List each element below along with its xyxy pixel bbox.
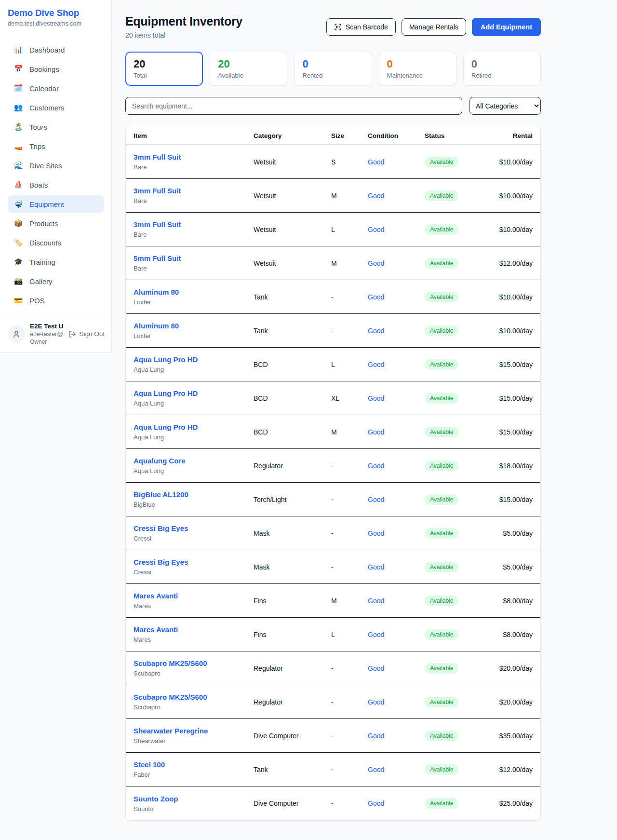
sidebar-item-discounts[interactable]: 🏷️Discounts <box>8 234 104 251</box>
condition-link[interactable]: Good <box>368 361 384 368</box>
sidebar-item-dashboard[interactable]: 📊Dashboard <box>8 41 104 58</box>
shop-name[interactable]: Demo Dive Shop <box>8 8 104 18</box>
scan-barcode-button[interactable]: Scan Barcode <box>326 18 396 36</box>
sidebar-item-gallery[interactable]: 📸Gallery <box>8 272 104 290</box>
condition-link[interactable]: Good <box>368 563 384 571</box>
item-link[interactable]: Aluminum 80 <box>134 322 179 330</box>
item-link[interactable]: Suunto Zoop <box>134 795 178 803</box>
condition-link[interactable]: Good <box>368 496 384 503</box>
condition-link[interactable]: Good <box>368 698 384 706</box>
condition-link[interactable]: Good <box>368 259 384 267</box>
category-cell: Regulator <box>254 659 331 678</box>
sidebar-item-training[interactable]: 🎓Training <box>8 253 104 271</box>
condition-link[interactable]: Good <box>368 428 384 436</box>
item-link[interactable]: Cressi Big Eyes <box>134 558 188 566</box>
table-row: Mares AvantiMaresFinsMGoodAvailable$8.00… <box>126 584 540 618</box>
condition-link[interactable]: Good <box>368 192 384 200</box>
item-brand: Aqua Lung <box>134 467 254 474</box>
category-cell: Fins <box>254 591 331 610</box>
graduation-cap-icon: 🎓 <box>13 257 23 266</box>
condition-link[interactable]: Good <box>368 462 384 470</box>
category-cell: Mask <box>254 557 331 577</box>
condition-link[interactable]: Good <box>368 226 384 233</box>
item-link[interactable]: Scubapro MK25/S600 <box>134 693 207 701</box>
category-filter[interactable]: All Categories <box>469 97 541 115</box>
sidebar: Demo Dive Shop demo.test.divestreams.com… <box>0 0 112 353</box>
bar-chart-icon: 📊 <box>13 45 23 54</box>
sidebar-item-tours[interactable]: 🏝️Tours <box>8 118 104 135</box>
condition-link[interactable]: Good <box>368 327 384 335</box>
sidebar-item-equipment[interactable]: 🤿Equipment <box>8 195 104 213</box>
item-link[interactable]: 3mm Full Suit <box>134 220 181 229</box>
sidebar-item-bookings[interactable]: 📅Bookings <box>8 60 104 78</box>
status-cell: Available <box>425 657 487 679</box>
table-row: Mares AvantiMaresFinsLGoodAvailable$8.00… <box>126 618 540 651</box>
sidebar-item-calendar[interactable]: 🗓️Calendar <box>8 80 104 97</box>
item-link[interactable]: Steel 100 <box>134 760 165 769</box>
table-row: Aqua Lung Pro HDAqua LungBCDMGoodAvailab… <box>126 415 540 449</box>
condition-link[interactable]: Good <box>368 529 384 537</box>
item-cell: 3mm Full SuitBare <box>134 215 254 244</box>
item-brand: Mares <box>134 602 254 610</box>
table-row: Cressi Big EyesCressiMask-GoodAvailable$… <box>126 516 540 550</box>
condition-link[interactable]: Good <box>368 597 384 605</box>
item-link[interactable]: BigBlue AL1200 <box>134 490 188 499</box>
item-link[interactable]: Aqua Lung Pro HD <box>134 389 198 397</box>
item-link[interactable]: Aqua Lung Pro HD <box>134 423 198 431</box>
sign-out-button[interactable]: Sign Out <box>68 330 105 338</box>
sidebar-item-pos[interactable]: 💳POS <box>8 292 104 309</box>
stat-card-maintenance[interactable]: 0Maintenance <box>379 52 456 86</box>
item-cell: Aqua Lung Pro HDAqua Lung <box>134 350 254 379</box>
condition-link[interactable]: Good <box>368 158 384 166</box>
manage-rentals-button[interactable]: Manage Rentals <box>402 18 466 36</box>
item-link[interactable]: Aqualung Core <box>134 457 186 465</box>
status-cell: Available <box>425 286 487 308</box>
condition-link[interactable]: Good <box>368 799 384 807</box>
stat-card-total[interactable]: 20Total <box>125 52 203 86</box>
category-cell: Torch/Light <box>254 490 331 509</box>
item-brand: Bare <box>134 163 254 171</box>
condition-cell: Good <box>368 186 425 205</box>
sidebar-item-dive-sites[interactable]: 🌊Dive Sites <box>8 157 104 174</box>
item-cell: 3mm Full SuitBare <box>134 181 254 210</box>
item-link[interactable]: Mares Avanti <box>134 592 178 600</box>
condition-link[interactable]: Good <box>368 293 384 301</box>
column-header-condition: Condition <box>368 126 425 145</box>
stat-card-rented[interactable]: 0Rented <box>294 52 372 86</box>
item-link[interactable]: Scubapro MK25/S600 <box>134 659 207 667</box>
item-link[interactable]: Cressi Big Eyes <box>134 524 188 532</box>
sidebar-item-label: Products <box>29 219 58 228</box>
sidebar-item-products[interactable]: 📦Products <box>8 215 104 232</box>
rental-cell: $10.00/day <box>487 186 533 205</box>
sidebar-item-boats[interactable]: ⛵Boats <box>8 176 104 193</box>
stat-card-retired[interactable]: 0Retired <box>463 52 541 86</box>
size-cell: L <box>331 355 368 374</box>
item-cell: Aluminum 80Luxfer <box>134 316 254 345</box>
condition-link[interactable]: Good <box>368 664 384 672</box>
item-link[interactable]: Aluminum 80 <box>134 288 179 296</box>
sidebar-item-trips[interactable]: 🚤Trips <box>8 137 104 155</box>
item-link[interactable]: 3mm Full Suit <box>134 187 181 195</box>
condition-link[interactable]: Good <box>368 394 384 402</box>
condition-link[interactable]: Good <box>368 732 384 740</box>
category-cell: Regulator <box>254 692 331 712</box>
size-cell: L <box>331 220 368 239</box>
condition-link[interactable]: Good <box>368 766 384 773</box>
condition-cell: Good <box>368 254 425 273</box>
item-link[interactable]: 5mm Full Suit <box>134 254 181 262</box>
item-link[interactable]: Shearwater Peregrine <box>134 727 208 735</box>
table-row: Steel 100FaberTank-GoodAvailable$12.00/d… <box>126 753 540 786</box>
status-cell: Available <box>425 320 487 342</box>
sidebar-item-label: Bookings <box>29 65 59 73</box>
column-header-category: Category <box>254 126 331 145</box>
item-link[interactable]: Mares Avanti <box>134 625 178 634</box>
item-link[interactable]: 3mm Full Suit <box>134 153 181 161</box>
sidebar-item-customers[interactable]: 👥Customers <box>8 99 104 116</box>
stat-card-available[interactable]: 20Available <box>210 52 287 86</box>
add-equipment-button[interactable]: Add Equipment <box>472 18 541 36</box>
stats-row: 20Total20Available0Rented0Maintenance0Re… <box>125 52 541 86</box>
item-link[interactable]: Aqua Lung Pro HD <box>134 355 198 364</box>
condition-link[interactable]: Good <box>368 631 384 638</box>
item-cell: Scubapro MK25/S600Scubapro <box>134 687 254 717</box>
search-input[interactable] <box>125 97 462 115</box>
